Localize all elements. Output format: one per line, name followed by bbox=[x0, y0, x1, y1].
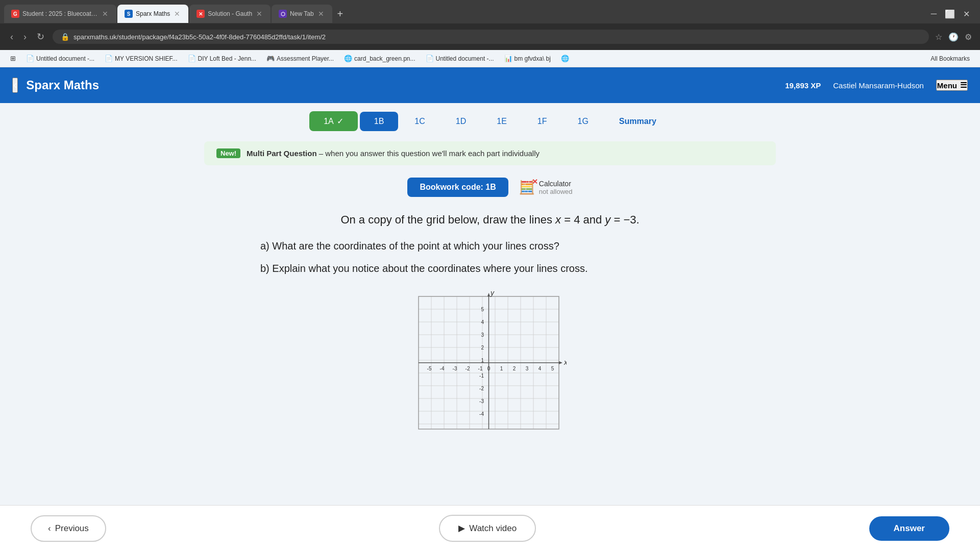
tab-1g[interactable]: 1G bbox=[564, 112, 603, 131]
tab-1a-label: 1A bbox=[324, 117, 334, 126]
tab-sparx-favicon: S bbox=[125, 10, 133, 18]
url-text: sparxmaths.uk/student/package/f4a23b5c-5… bbox=[74, 33, 326, 41]
header-right: 19,893 XP Castiel Mansaram-Hudson Menu ☰ bbox=[785, 80, 968, 91]
close-button[interactable]: ✕ bbox=[963, 9, 970, 19]
tab-1c[interactable]: 1C bbox=[400, 112, 439, 131]
y-tick-2: 2 bbox=[481, 345, 484, 350]
bookmark-untitled-doc[interactable]: 📄 Untitled document -... bbox=[22, 53, 99, 64]
bookmark-card-back[interactable]: 🌐 card_back_green.pn... bbox=[340, 53, 419, 64]
tab-newtab-label: New Tab bbox=[290, 10, 313, 17]
menu-button[interactable]: Menu ☰ bbox=[936, 80, 968, 91]
tab-go-favicon: G bbox=[11, 10, 19, 18]
tab-1b-label: 1B bbox=[374, 117, 384, 126]
bookmark-diy-loft[interactable]: 📄 DIY Loft Bed - Jenn... bbox=[184, 53, 261, 64]
bookwork-code: Bookwork code: 1B bbox=[407, 178, 508, 197]
x-tick-3: 3 bbox=[526, 366, 529, 371]
x-tick--1: -1 bbox=[478, 366, 483, 371]
tab-1d-label: 1D bbox=[456, 117, 466, 126]
x-axis-arrow bbox=[559, 361, 562, 364]
calculator-info: 🧮✕ Calculator not allowed bbox=[519, 180, 573, 195]
tab-1d[interactable]: 1D bbox=[442, 112, 480, 131]
tab-go-label: Student : 2025 : Bluecoat Trent... bbox=[22, 10, 98, 17]
user-name: Castiel Mansaram-Hudson bbox=[833, 81, 924, 90]
y-tick-5: 5 bbox=[481, 307, 484, 312]
tab-solution[interactable]: ✕ Solution - Gauth ✕ bbox=[189, 5, 271, 23]
bookmark-my-version[interactable]: 📄 MY VERSION SHIEF... bbox=[101, 53, 181, 64]
main-content: New! Multi Part Question – when you answ… bbox=[184, 141, 796, 434]
new-tab-button[interactable]: + bbox=[333, 6, 348, 22]
bookmark-apps[interactable]: ⊞ bbox=[6, 53, 20, 64]
tab-summary[interactable]: Summary bbox=[605, 112, 671, 131]
banner-text: Multi Part Question – when you answer th… bbox=[247, 149, 540, 158]
answer-label: Answer bbox=[894, 523, 925, 533]
all-bookmarks[interactable]: All Bookmarks bbox=[926, 54, 974, 64]
url-input[interactable]: 🔒 sparxmaths.uk/student/package/f4a23b5c… bbox=[53, 30, 929, 44]
extensions-icon[interactable]: ⚙ bbox=[965, 32, 972, 42]
bookmark-bm-label: bm gfvdxa\ bj bbox=[514, 55, 551, 62]
previous-button[interactable]: ‹ Previous bbox=[31, 515, 106, 542]
tab-newtab-close[interactable]: ✕ bbox=[317, 9, 325, 19]
x-tick-1: 1 bbox=[500, 366, 503, 371]
bookmark-my-version-label: MY VERSION SHIEF... bbox=[115, 55, 177, 62]
reload-button[interactable]: ↻ bbox=[35, 29, 46, 44]
app-container: ‹ Sparx Maths 19,893 XP Castiel Mansaram… bbox=[0, 67, 980, 551]
bookmark-untitled-doc2[interactable]: 📄 Untitled document -... bbox=[422, 53, 498, 64]
x-tick-2: 2 bbox=[513, 366, 516, 371]
calc-status: not allowed bbox=[539, 188, 573, 195]
tab-1g-label: 1G bbox=[578, 117, 589, 126]
bookwork-row: Bookwork code: 1B 🧮✕ Calculator not allo… bbox=[204, 178, 776, 197]
tab-solution-label: Solution - Gauth bbox=[208, 10, 252, 17]
app-logo: Sparx Maths bbox=[26, 78, 99, 92]
back-button[interactable]: ‹ bbox=[8, 30, 15, 44]
tab-newtab-favicon: ⬡ bbox=[279, 10, 287, 18]
bookmarks-bar: ⊞ 📄 Untitled document -... 📄 MY VERSION … bbox=[0, 50, 980, 67]
y-tick--2: -2 bbox=[479, 386, 484, 391]
bookmark-assessment[interactable]: 🎮 Assessment Player... bbox=[262, 53, 338, 64]
tab-sparx-close[interactable]: ✕ bbox=[173, 9, 181, 19]
tab-1e[interactable]: 1E bbox=[482, 112, 521, 131]
tab-solution-favicon: ✕ bbox=[197, 10, 205, 18]
calc-x-icon: ✕ bbox=[532, 178, 538, 186]
play-icon: ▶ bbox=[458, 523, 465, 534]
tab-sparx[interactable]: S Sparx Maths ✕ bbox=[117, 5, 188, 23]
x-tick-0: 0 bbox=[487, 366, 491, 371]
address-bar: ‹ › ↻ 🔒 sparxmaths.uk/student/package/f4… bbox=[0, 23, 980, 50]
tab-go[interactable]: G Student : 2025 : Bluecoat Trent... ✕ bbox=[4, 5, 116, 23]
question-part-a-text: a) What are the coordinates of the point… bbox=[260, 240, 559, 252]
tab-go-close[interactable]: ✕ bbox=[101, 9, 109, 19]
calc-text-group: Calculator not allowed bbox=[539, 180, 573, 195]
tab-1c-label: 1C bbox=[414, 117, 425, 126]
history-icon[interactable]: 🕐 bbox=[948, 32, 959, 42]
graph-container: x y -5 -4 -3 -2 -1 0 1 2 3 4 5 5 4 3 2 1 bbox=[204, 291, 776, 434]
bottom-bar: ‹ Previous ▶ Watch video Answer bbox=[0, 505, 980, 551]
tab-1e-label: 1E bbox=[497, 117, 507, 126]
forward-button[interactable]: › bbox=[21, 30, 29, 44]
answer-button[interactable]: Answer bbox=[869, 516, 949, 541]
calculator-icon: 🧮✕ bbox=[519, 180, 535, 195]
xp-badge: 19,893 XP bbox=[785, 81, 821, 90]
bookmark-icon[interactable]: ☆ bbox=[935, 32, 942, 42]
bookmark-bm[interactable]: 📊 bm gfvdxa\ bj bbox=[500, 53, 555, 64]
maximize-button[interactable]: ⬜ bbox=[945, 9, 955, 19]
tab-newtab[interactable]: ⬡ New Tab ✕ bbox=[272, 5, 332, 23]
tab-1b[interactable]: 1B bbox=[360, 112, 399, 131]
watch-video-button[interactable]: ▶ Watch video bbox=[439, 515, 536, 542]
all-bookmarks-label: All Bookmarks bbox=[930, 55, 970, 62]
y-tick--3: -3 bbox=[479, 398, 484, 404]
x-tick--4: -4 bbox=[440, 366, 445, 371]
tab-1a[interactable]: 1A ✓ bbox=[309, 111, 358, 131]
tab-1a-check: ✓ bbox=[337, 116, 344, 126]
prev-label: Previous bbox=[55, 523, 89, 534]
tab-1f[interactable]: 1F bbox=[523, 112, 561, 131]
minimize-button[interactable]: ─ bbox=[931, 9, 937, 19]
tab-solution-close[interactable]: ✕ bbox=[255, 9, 263, 19]
bookmark-diy-loft-label: DIY Loft Bed - Jenn... bbox=[198, 55, 257, 62]
y-tick-3: 3 bbox=[481, 332, 484, 338]
question-main: On a copy of the grid below, draw the li… bbox=[260, 211, 720, 228]
bookmark-globe[interactable]: 🌐 bbox=[557, 53, 573, 64]
header-back-button[interactable]: ‹ bbox=[12, 78, 18, 93]
bookmark-untitled-doc2-label: Untitled document -... bbox=[436, 55, 494, 62]
bookmark-untitled-doc-label: Untitled document -... bbox=[36, 55, 94, 62]
bookmark-assessment-label: Assessment Player... bbox=[277, 55, 334, 62]
bookmark-card-back-label: card_back_green.pn... bbox=[354, 55, 415, 62]
